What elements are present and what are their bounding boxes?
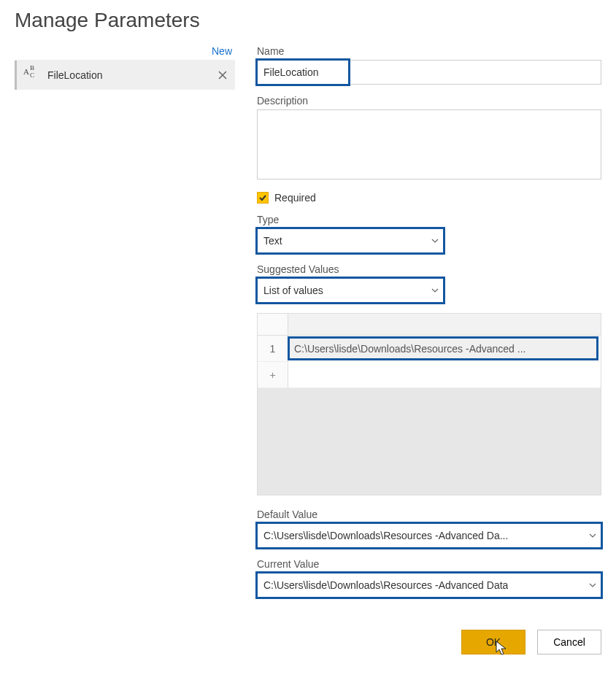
parameter-form: Name Description Required Type Tex: [257, 45, 601, 608]
current-value-text: C:\Users\lisde\Downloads\Resources -Adva…: [263, 579, 508, 591]
default-value-text: C:\Users\lisde\Downloads\Resources -Adva…: [263, 530, 508, 541]
description-label: Description: [257, 95, 601, 107]
new-parameter-link[interactable]: New: [15, 45, 235, 57]
required-checkbox-row[interactable]: Required: [257, 192, 601, 204]
suggested-values-value: List of values: [263, 285, 323, 296]
type-label: Type: [257, 214, 601, 225]
default-value-label: Default Value: [257, 509, 601, 520]
required-checkbox[interactable]: [257, 192, 269, 204]
type-select-value: Text: [263, 235, 282, 247]
cancel-button[interactable]: Cancel: [537, 630, 601, 654]
description-field-block: Description: [257, 95, 601, 182]
ok-button-label: OK: [486, 636, 501, 648]
parameter-item-label: FileLocation: [47, 69, 209, 81]
default-value-select[interactable]: C:\Users\lisde\Downloads\Resources -Adva…: [257, 523, 601, 548]
ok-button[interactable]: OK: [461, 630, 525, 654]
dialog-buttons: OK Cancel: [15, 630, 601, 654]
row-number: 1: [258, 336, 288, 361]
values-grid-row[interactable]: 1 C:\Users\lisde\Downloads\Resources -Ad…: [258, 336, 601, 362]
name-field-block: Name: [257, 45, 601, 85]
description-input[interactable]: [257, 109, 601, 179]
default-value-field-block: Default Value C:\Users\lisde\Downloads\R…: [257, 509, 601, 548]
parameters-side-panel: New ABC FileLocation: [15, 45, 235, 608]
add-row-button[interactable]: +: [258, 362, 288, 387]
manage-parameters-dialog: Manage Parameters New ABC FileLocation: [0, 0, 616, 669]
suggested-values-field-block: Suggested Values List of values: [257, 263, 601, 303]
current-value-label: Current Value: [257, 558, 601, 570]
text-type-icon: ABC: [23, 69, 40, 82]
chevron-down-icon: [431, 235, 439, 247]
name-label: Name: [257, 45, 601, 57]
required-label: Required: [274, 192, 316, 204]
type-field-block: Type Text: [257, 214, 601, 253]
chevron-down-icon: [431, 285, 439, 296]
dialog-title: Manage Parameters: [15, 9, 601, 32]
chevron-down-icon: [589, 579, 596, 591]
value-header-cell: [288, 314, 601, 335]
parameter-item-filelocation[interactable]: ABC FileLocation: [15, 61, 235, 90]
dialog-body: New ABC FileLocation Name: [15, 45, 601, 608]
parameter-list: ABC FileLocation: [15, 60, 235, 90]
row-number-header: [258, 314, 288, 335]
suggested-values-label: Suggested Values: [257, 263, 601, 275]
type-select[interactable]: Text: [257, 228, 444, 253]
remove-parameter-button[interactable]: [216, 69, 229, 82]
add-row-cell[interactable]: [288, 362, 601, 387]
current-value-select[interactable]: C:\Users\lisde\Downloads\Resources -Adva…: [257, 573, 601, 598]
current-value-field-block: Current Value C:\Users\lisde\Downloads\R…: [257, 558, 601, 598]
values-list-grid: 1 C:\Users\lisde\Downloads\Resources -Ad…: [257, 313, 601, 495]
values-grid-header: [258, 314, 601, 336]
chevron-down-icon: [589, 530, 596, 541]
values-grid-add-row[interactable]: +: [258, 362, 601, 388]
value-cell[interactable]: C:\Users\lisde\Downloads\Resources -Adva…: [288, 337, 598, 360]
name-input[interactable]: [257, 60, 601, 85]
suggested-values-select[interactable]: List of values: [257, 278, 444, 303]
